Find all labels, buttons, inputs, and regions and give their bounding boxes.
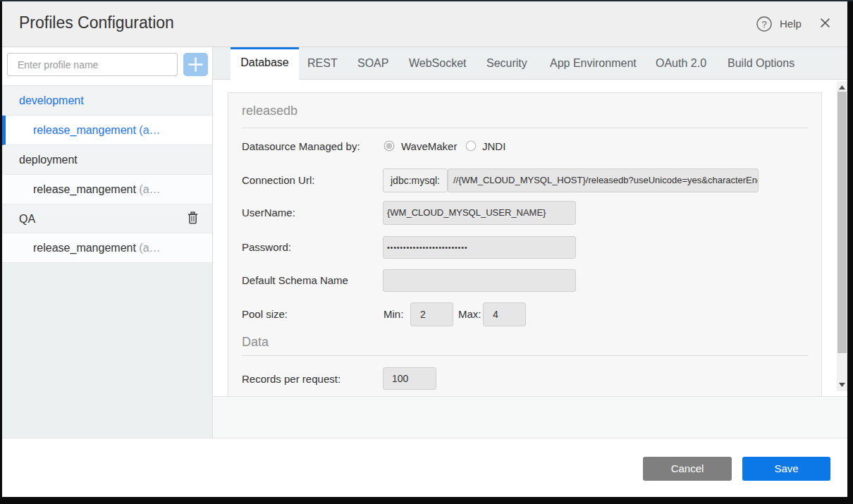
svg-text:?: ?	[761, 19, 766, 30]
